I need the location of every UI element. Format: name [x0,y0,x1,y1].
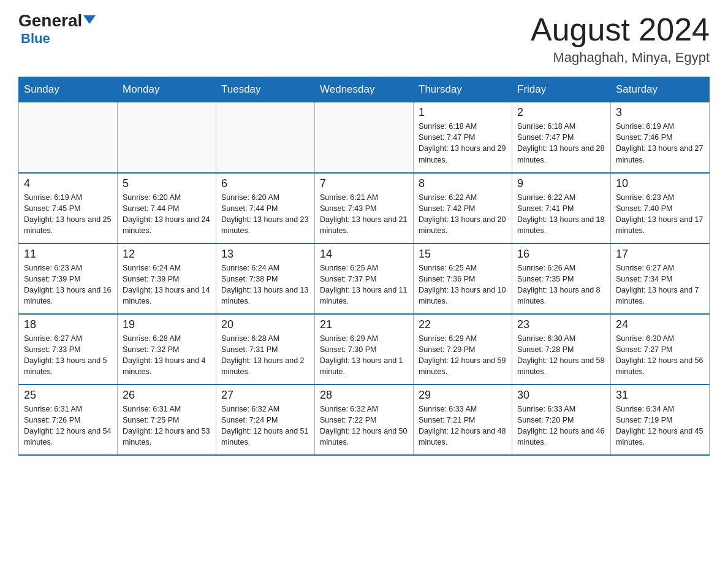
calendar-cell [216,102,315,173]
day-number: 7 [320,177,408,190]
calendar-cell: 11Sunrise: 6:23 AMSunset: 7:39 PMDayligh… [19,243,118,314]
page-header: General Blue August 2024 Maghaghah, Miny… [18,12,710,66]
calendar-cell: 9Sunrise: 6:22 AMSunset: 7:41 PMDaylight… [512,173,611,243]
day-number: 29 [419,389,507,402]
day-info: Sunrise: 6:24 AMSunset: 7:39 PMDaylight:… [123,262,211,307]
calendar-cell: 3Sunrise: 6:19 AMSunset: 7:46 PMDaylight… [611,102,710,173]
calendar-subtitle: Maghaghah, Minya, Egypt [531,50,710,66]
day-info: Sunrise: 6:23 AMSunset: 7:39 PMDaylight:… [24,262,112,307]
day-number: 13 [221,248,309,261]
calendar-week-row: 1Sunrise: 6:18 AMSunset: 7:47 PMDaylight… [19,102,710,173]
weekday-header-sunday: Sunday [19,77,118,102]
calendar-cell: 18Sunrise: 6:27 AMSunset: 7:33 PMDayligh… [19,314,118,385]
day-info: Sunrise: 6:26 AMSunset: 7:35 PMDaylight:… [517,262,605,307]
day-info: Sunrise: 6:22 AMSunset: 7:42 PMDaylight:… [419,192,507,237]
calendar-cell: 23Sunrise: 6:30 AMSunset: 7:28 PMDayligh… [512,314,611,385]
calendar-cell: 2Sunrise: 6:18 AMSunset: 7:47 PMDaylight… [512,102,611,173]
calendar-cell: 29Sunrise: 6:33 AMSunset: 7:21 PMDayligh… [414,385,512,455]
day-number: 26 [123,389,211,402]
calendar-cell: 22Sunrise: 6:29 AMSunset: 7:29 PMDayligh… [414,314,512,385]
calendar-cell: 26Sunrise: 6:31 AMSunset: 7:25 PMDayligh… [118,385,216,455]
day-number: 17 [616,248,704,261]
day-number: 20 [221,318,309,331]
calendar-cell: 16Sunrise: 6:26 AMSunset: 7:35 PMDayligh… [512,243,611,314]
calendar-cell: 21Sunrise: 6:29 AMSunset: 7:30 PMDayligh… [315,314,414,385]
day-number: 10 [616,177,704,190]
calendar-cell [118,102,216,173]
day-info: Sunrise: 6:18 AMSunset: 7:47 PMDaylight:… [419,121,507,166]
day-info: Sunrise: 6:33 AMSunset: 7:20 PMDaylight:… [517,404,605,448]
weekday-header-tuesday: Tuesday [216,77,315,102]
calendar-week-row: 25Sunrise: 6:31 AMSunset: 7:26 PMDayligh… [19,385,710,455]
calendar-cell: 15Sunrise: 6:25 AMSunset: 7:36 PMDayligh… [414,243,512,314]
day-number: 9 [517,177,605,190]
weekday-header-monday: Monday [118,77,216,102]
day-number: 30 [517,389,605,402]
day-number: 6 [221,177,309,190]
day-info: Sunrise: 6:25 AMSunset: 7:36 PMDaylight:… [419,262,507,307]
day-number: 5 [123,177,211,190]
calendar-cell: 30Sunrise: 6:33 AMSunset: 7:20 PMDayligh… [512,385,611,455]
day-info: Sunrise: 6:25 AMSunset: 7:37 PMDaylight:… [320,262,408,307]
day-number: 28 [320,389,408,402]
day-info: Sunrise: 6:34 AMSunset: 7:19 PMDaylight:… [616,404,704,448]
calendar-title: August 2024 [531,12,710,47]
day-info: Sunrise: 6:31 AMSunset: 7:25 PMDaylight:… [123,404,211,448]
calendar-cell: 13Sunrise: 6:24 AMSunset: 7:38 PMDayligh… [216,243,315,314]
calendar-cell: 8Sunrise: 6:22 AMSunset: 7:42 PMDaylight… [414,173,512,243]
calendar-cell: 24Sunrise: 6:30 AMSunset: 7:27 PMDayligh… [611,314,710,385]
day-info: Sunrise: 6:27 AMSunset: 7:34 PMDaylight:… [616,262,704,307]
day-number: 25 [24,389,112,402]
day-number: 3 [616,106,704,119]
day-number: 18 [24,318,112,331]
day-info: Sunrise: 6:20 AMSunset: 7:44 PMDaylight:… [123,192,211,237]
calendar-cell [315,102,414,173]
day-info: Sunrise: 6:23 AMSunset: 7:40 PMDaylight:… [616,192,704,237]
day-number: 11 [24,248,112,261]
calendar-cell: 28Sunrise: 6:32 AMSunset: 7:22 PMDayligh… [315,385,414,455]
day-number: 22 [419,318,507,331]
day-info: Sunrise: 6:33 AMSunset: 7:21 PMDaylight:… [419,404,507,448]
weekday-header-friday: Friday [512,77,611,102]
day-info: Sunrise: 6:28 AMSunset: 7:31 PMDaylight:… [221,333,309,378]
calendar-cell: 7Sunrise: 6:21 AMSunset: 7:43 PMDaylight… [315,173,414,243]
day-info: Sunrise: 6:22 AMSunset: 7:41 PMDaylight:… [517,192,605,237]
day-info: Sunrise: 6:31 AMSunset: 7:26 PMDaylight:… [24,404,112,448]
calendar-cell: 19Sunrise: 6:28 AMSunset: 7:32 PMDayligh… [118,314,216,385]
calendar-cell: 14Sunrise: 6:25 AMSunset: 7:37 PMDayligh… [315,243,414,314]
weekday-header-wednesday: Wednesday [315,77,414,102]
day-info: Sunrise: 6:29 AMSunset: 7:29 PMDaylight:… [419,333,507,378]
calendar-table: SundayMondayTuesdayWednesdayThursdayFrid… [18,77,710,456]
day-number: 12 [123,248,211,261]
calendar-cell: 5Sunrise: 6:20 AMSunset: 7:44 PMDaylight… [118,173,216,243]
day-number: 15 [419,248,507,261]
day-info: Sunrise: 6:30 AMSunset: 7:27 PMDaylight:… [616,333,704,378]
day-info: Sunrise: 6:21 AMSunset: 7:43 PMDaylight:… [320,192,408,237]
day-number: 19 [123,318,211,331]
calendar-cell: 20Sunrise: 6:28 AMSunset: 7:31 PMDayligh… [216,314,315,385]
day-number: 8 [419,177,507,190]
day-info: Sunrise: 6:24 AMSunset: 7:38 PMDaylight:… [221,262,309,307]
day-number: 23 [517,318,605,331]
calendar-week-row: 4Sunrise: 6:19 AMSunset: 7:45 PMDaylight… [19,173,710,243]
day-info: Sunrise: 6:29 AMSunset: 7:30 PMDaylight:… [320,333,408,378]
day-number: 21 [320,318,408,331]
calendar-cell: 27Sunrise: 6:32 AMSunset: 7:24 PMDayligh… [216,385,315,455]
day-number: 1 [419,106,507,119]
day-info: Sunrise: 6:27 AMSunset: 7:33 PMDaylight:… [24,333,112,378]
title-block: August 2024 Maghaghah, Minya, Egypt [531,12,710,66]
calendar-cell: 10Sunrise: 6:23 AMSunset: 7:40 PMDayligh… [611,173,710,243]
calendar-cell [19,102,118,173]
day-number: 24 [616,318,704,331]
day-info: Sunrise: 6:19 AMSunset: 7:46 PMDaylight:… [616,121,704,166]
calendar-cell: 25Sunrise: 6:31 AMSunset: 7:26 PMDayligh… [19,385,118,455]
calendar-week-row: 11Sunrise: 6:23 AMSunset: 7:39 PMDayligh… [19,243,710,314]
weekday-header-saturday: Saturday [611,77,710,102]
day-info: Sunrise: 6:28 AMSunset: 7:32 PMDaylight:… [123,333,211,378]
calendar-cell: 4Sunrise: 6:19 AMSunset: 7:45 PMDaylight… [19,173,118,243]
calendar-cell: 1Sunrise: 6:18 AMSunset: 7:47 PMDaylight… [414,102,512,173]
day-number: 16 [517,248,605,261]
calendar-cell: 6Sunrise: 6:20 AMSunset: 7:44 PMDaylight… [216,173,315,243]
calendar-cell: 31Sunrise: 6:34 AMSunset: 7:19 PMDayligh… [611,385,710,455]
calendar-cell: 17Sunrise: 6:27 AMSunset: 7:34 PMDayligh… [611,243,710,314]
